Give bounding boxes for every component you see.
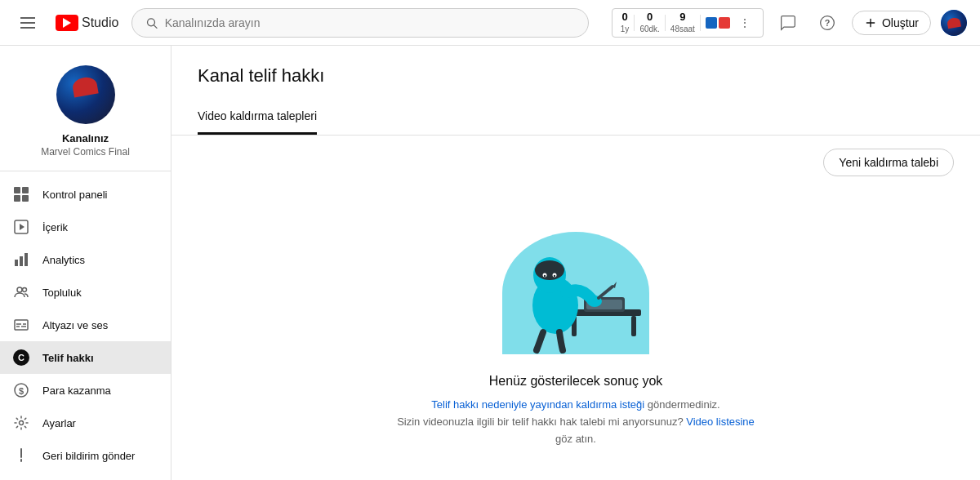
subtitles-icon [13, 317, 29, 333]
sidebar-item-settings[interactable]: Ayarlar [0, 407, 171, 439]
new-request-button[interactable]: Yeni kaldırma talebi [823, 149, 954, 176]
layout: Kanalınız Marvel Comics Final Kontrol pa… [0, 46, 980, 480]
copyright-label: Telif hakkı [42, 352, 94, 364]
comments-button[interactable] [773, 8, 803, 38]
stat-48saat-label: 48saat [670, 24, 695, 34]
channel-avatar[interactable] [56, 65, 115, 124]
svg-rect-9 [14, 195, 20, 202]
monetization-icon: $ [13, 382, 29, 398]
svg-point-25 [20, 421, 24, 425]
svg-rect-15 [24, 253, 28, 266]
svg-text:$: $ [19, 386, 24, 396]
stats-menu-button[interactable]: ⋮ [735, 13, 755, 33]
svg-line-4 [154, 24, 158, 28]
svg-rect-10 [22, 195, 29, 202]
content-icon [13, 219, 29, 235]
dashboard-label: Kontrol paneli [42, 189, 108, 201]
video-list-link[interactable]: Video listesine [686, 416, 755, 428]
tab-removal[interactable]: Video kaldırma talepleri [198, 100, 317, 135]
feedback-icon [13, 447, 29, 464]
svg-point-37 [544, 275, 546, 277]
sidebar-item-monetization[interactable]: $ Para kazanma [0, 374, 171, 407]
analytics-nav-icon [13, 251, 29, 268]
search-icon [145, 16, 158, 29]
tabs: Video kaldırma talepleri [198, 100, 954, 135]
stat-60dk: 0 60dk. [639, 11, 659, 35]
stats-box: 0 1y 0 60dk. 9 48saat ⋮ [612, 8, 764, 38]
svg-rect-18 [15, 320, 28, 330]
user-avatar[interactable] [941, 10, 967, 36]
create-button[interactable]: Oluştur [852, 11, 931, 35]
content-label: İçerik [42, 221, 68, 233]
stats-divider-3 [700, 15, 701, 31]
stat-60dk-label: 60dk. [639, 24, 659, 34]
main-content: Kanal telif hakkı Video kaldırma taleple… [172, 46, 980, 480]
stats-divider-2 [665, 15, 666, 31]
analytics-icon-2 [719, 17, 730, 29]
empty-title: Henüz gösterilecek sonuç yok [489, 374, 663, 389]
youtube-studio-logo[interactable]: Studio [56, 15, 118, 31]
hamburger-menu-button[interactable] [13, 8, 42, 38]
settings-icon [13, 415, 29, 431]
stat-1y-value: 0 [621, 11, 630, 24]
svg-rect-29 [631, 316, 636, 336]
page-title: Kanal telif hakkı [198, 65, 954, 87]
svg-text:?: ? [825, 18, 831, 28]
sidebar-item-analytics[interactable]: Analytics [0, 243, 171, 276]
studio-text: Studio [82, 16, 118, 29]
yt-logo-icon [56, 15, 78, 31]
sidebar: Kanalınız Marvel Comics Final Kontrol pa… [0, 46, 172, 480]
svg-rect-8 [22, 187, 29, 193]
community-icon [13, 284, 29, 300]
search-bar [131, 8, 589, 38]
settings-label: Ayarlar [42, 417, 76, 429]
subtitles-label: Altyazı ve ses [42, 319, 108, 331]
svg-marker-12 [20, 224, 24, 230]
stat-48saat-value: 9 [670, 11, 695, 24]
sidebar-item-content[interactable]: İçerik [0, 211, 171, 243]
empty-description: Telif hakkı nedeniyle yayından kaldırma … [396, 397, 755, 447]
analytics-icon [706, 17, 717, 29]
stats-divider-1 [634, 15, 635, 31]
analytics-label: Analytics [42, 254, 85, 266]
channel-info: Kanalınız Marvel Comics Final [0, 46, 171, 171]
copyright-link[interactable]: Telif hakkı nedeniyle yayından kaldırma … [431, 398, 644, 411]
sidebar-item-community[interactable]: Topluluk [0, 276, 171, 309]
svg-line-40 [599, 287, 612, 298]
feedback-label: Geri bildirim gönder [42, 450, 135, 462]
search-input[interactable] [165, 16, 576, 29]
stat-48saat: 9 48saat [670, 11, 695, 35]
svg-point-34 [535, 260, 564, 280]
empty-svg-illustration [486, 211, 666, 354]
monetization-label: Para kazanma [42, 384, 111, 397]
svg-point-26 [20, 460, 22, 461]
svg-point-16 [17, 287, 22, 292]
community-label: Topluluk [42, 287, 82, 299]
stat-1y: 0 1y [621, 11, 630, 35]
empty-state: Henüz gösterilecek sonuç yok Telif hakkı… [198, 193, 954, 467]
main-body: Yeni kaldırma talebi [172, 136, 980, 480]
help-button[interactable]: ? [813, 8, 842, 38]
svg-rect-13 [15, 260, 18, 266]
stat-1y-label: 1y [621, 24, 630, 34]
svg-rect-0 [20, 17, 35, 19]
sidebar-item-feedback[interactable]: Geri bildirim gönder [0, 439, 171, 472]
channel-name: Kanalınız [62, 132, 109, 144]
header-left: Studio [13, 8, 118, 38]
sidebar-item-copyright[interactable]: C Telif hakkı [0, 341, 171, 374]
dashboard-icon [13, 186, 29, 202]
sidebar-item-subtitles[interactable]: Altyazı ve ses [0, 309, 171, 341]
channel-subtitle: Marvel Comics Final [41, 146, 130, 158]
sidebar-item-dashboard[interactable]: Kontrol paneli [0, 178, 171, 211]
copyright-badge: C [13, 349, 29, 366]
stat-60dk-value: 0 [639, 11, 659, 24]
main-header: Kanal telif hakkı Video kaldırma taleple… [172, 46, 980, 136]
create-label: Oluştur [882, 16, 919, 29]
svg-point-38 [554, 275, 555, 277]
svg-rect-14 [20, 256, 23, 266]
header: Studio 0 1y 0 60dk. 9 48saat [0, 0, 980, 46]
empty-illustration [486, 211, 666, 354]
svg-rect-1 [20, 22, 35, 24]
header-right: 0 1y 0 60dk. 9 48saat ⋮ [612, 8, 967, 38]
svg-rect-2 [20, 27, 35, 29]
